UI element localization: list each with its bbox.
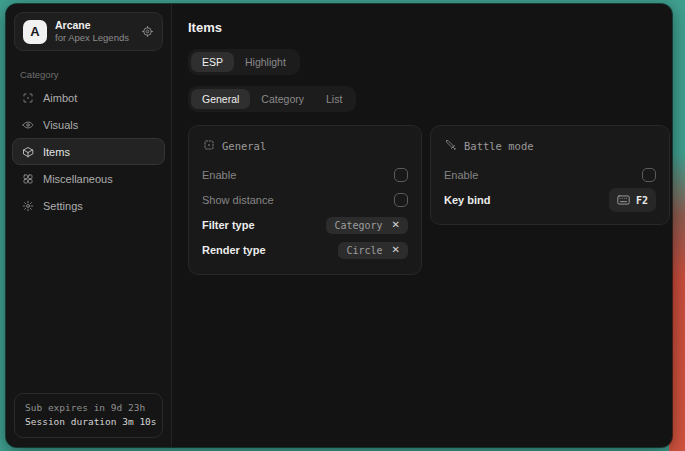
settings-gear-icon — [21, 199, 34, 212]
sidebar-item-aimbot[interactable]: Aimbot — [12, 84, 165, 111]
sidebar: A Arcane for Apex Legends Category Aimbo… — [6, 4, 172, 447]
session-duration-text: Session duration 3m 10s — [25, 415, 152, 430]
show-distance-label: Show distance — [202, 194, 274, 206]
sword-icon — [445, 139, 457, 153]
keybind-label: Key bind — [444, 194, 490, 206]
enable-row: Enable — [202, 163, 408, 187]
filter-type-value: Category — [334, 220, 382, 231]
sidebar-item-settings[interactable]: Settings — [12, 192, 165, 219]
filter-type-select[interactable]: Category ✕ — [326, 217, 408, 234]
sidebar-item-visuals[interactable]: Visuals — [12, 111, 165, 138]
view-tab-group: General Category List — [188, 86, 356, 112]
battle-enable-row: Enable — [444, 163, 656, 187]
render-type-value: Circle — [346, 245, 382, 256]
mode-tab-group: ESP Highlight — [188, 49, 300, 75]
aimbot-crosshair-icon — [21, 91, 34, 104]
sidebar-item-items[interactable]: Items — [12, 138, 165, 165]
sidebar-item-label: Items — [43, 146, 70, 158]
sidebar-item-label: Settings — [43, 200, 83, 212]
brand-text: Arcane for Apex Legends — [55, 19, 133, 44]
render-type-select[interactable]: Circle ✕ — [338, 242, 408, 259]
sidebar-nav: Aimbot Visuals Items Miscellaneous — [6, 84, 171, 219]
battle-panel-header: Battle mode — [445, 139, 656, 153]
general-panel: General Enable Show distance Filter type… — [188, 125, 422, 275]
battle-panel-title: Battle mode — [464, 140, 534, 152]
tab-highlight[interactable]: Highlight — [234, 52, 297, 72]
keybind-value: F2 — [636, 195, 648, 206]
sidebar-spacer — [6, 219, 171, 385]
battle-enable-label: Enable — [444, 169, 478, 181]
focus-square-icon — [203, 139, 215, 153]
brand-card[interactable]: A Arcane for Apex Legends — [14, 12, 163, 51]
tab-esp[interactable]: ESP — [191, 52, 234, 72]
show-distance-row: Show distance — [202, 188, 408, 212]
brand-title: Arcane — [55, 19, 133, 32]
battle-enable-checkbox[interactable] — [642, 168, 656, 182]
battle-mode-panel: Battle mode Enable Key bind F2 — [430, 125, 670, 225]
brand-subtitle: for Apex Legends — [55, 32, 133, 44]
subscription-info-card: Sub expires in 9d 23h Session duration 3… — [14, 393, 163, 438]
keyboard-icon — [617, 191, 630, 209]
enable-checkbox[interactable] — [394, 168, 408, 182]
close-icon[interactable]: ✕ — [392, 245, 400, 255]
general-panel-header: General — [203, 139, 408, 153]
misc-grid-icon — [21, 172, 34, 185]
render-type-row: Render type Circle ✕ — [202, 238, 408, 262]
brand-logo: A — [23, 20, 47, 44]
sidebar-item-miscellaneous[interactable]: Miscellaneous — [12, 165, 165, 192]
tab-general[interactable]: General — [191, 89, 250, 109]
keybind-row: Key bind F2 — [444, 188, 656, 212]
sub-expiry-text: Sub expires in 9d 23h — [25, 401, 152, 416]
visuals-eye-icon — [21, 118, 34, 131]
enable-label: Enable — [202, 169, 236, 181]
crosshair-icon[interactable] — [141, 25, 154, 38]
sidebar-item-label: Aimbot — [43, 92, 77, 104]
arcane-window: A Arcane for Apex Legends Category Aimbo… — [6, 4, 672, 447]
items-box-icon — [21, 145, 34, 158]
show-distance-checkbox[interactable] — [394, 193, 408, 207]
filter-type-row: Filter type Category ✕ — [202, 213, 408, 237]
general-panel-title: General — [222, 140, 266, 152]
sidebar-item-label: Visuals — [43, 119, 78, 131]
category-section-label: Category — [20, 69, 171, 80]
filter-type-label: Filter type — [202, 219, 255, 231]
main-content: Items ESP Highlight General Category Lis… — [172, 4, 672, 447]
tab-category[interactable]: Category — [250, 89, 315, 109]
render-type-label: Render type — [202, 244, 266, 256]
tab-list[interactable]: List — [315, 89, 353, 109]
panels-row: General Enable Show distance Filter type… — [188, 125, 670, 275]
sidebar-item-label: Miscellaneous — [43, 173, 113, 185]
close-icon[interactable]: ✕ — [392, 220, 400, 230]
keybind-button[interactable]: F2 — [609, 188, 656, 212]
page-title: Items — [188, 20, 670, 35]
